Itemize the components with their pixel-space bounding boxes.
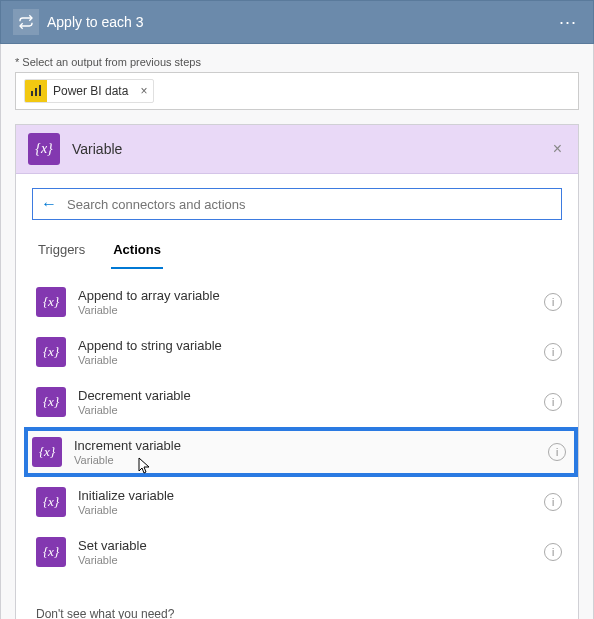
close-icon[interactable]: ×	[549, 136, 566, 162]
action-title: Increment variable	[74, 438, 548, 455]
info-icon[interactable]: i	[544, 293, 562, 311]
variable-icon: {x}	[36, 537, 66, 567]
loop-icon	[13, 9, 39, 35]
action-subtitle: Variable	[78, 504, 544, 516]
search-box[interactable]: ←	[32, 188, 562, 220]
variable-icon: {x}	[36, 337, 66, 367]
action-increment-variable[interactable]: {x} Increment variable Variable i	[24, 427, 578, 477]
action-text: Append to string variable Variable	[78, 338, 544, 367]
footer-question: Don't see what you need?	[36, 607, 558, 619]
action-initialize-variable[interactable]: {x} Initialize variable Variable i	[28, 477, 574, 527]
action-text: Decrement variable Variable	[78, 388, 544, 417]
action-decrement-variable[interactable]: {x} Decrement variable Variable i	[28, 377, 574, 427]
panel-title: Variable	[72, 141, 549, 157]
action-append-to-array-variable[interactable]: {x} Append to array variable Variable i	[28, 277, 574, 327]
svg-rect-0	[31, 91, 33, 96]
actions-list: {x} Append to array variable Variable i …	[16, 269, 578, 593]
footer-help: Don't see what you need? ☺ Help us decid…	[16, 593, 578, 619]
output-field-label: * Select an output from previous steps	[15, 56, 579, 68]
info-icon[interactable]: i	[544, 543, 562, 561]
back-arrow-icon[interactable]: ←	[41, 195, 57, 213]
action-subtitle: Variable	[78, 404, 544, 416]
info-icon[interactable]: i	[544, 343, 562, 361]
panel-header: {x} Variable ×	[16, 125, 578, 174]
variable-icon: {x}	[32, 437, 62, 467]
action-title: Initialize variable	[78, 488, 544, 505]
info-icon[interactable]: i	[544, 493, 562, 511]
action-append-to-string-variable[interactable]: {x} Append to string variable Variable i	[28, 327, 574, 377]
step-title: Apply to each 3	[47, 14, 555, 30]
action-text: Initialize variable Variable	[78, 488, 544, 517]
action-set-variable[interactable]: {x} Set variable Variable i	[28, 527, 574, 577]
action-title: Append to array variable	[78, 288, 544, 305]
tabs: Triggers Actions	[16, 228, 578, 269]
variable-icon: {x}	[28, 133, 60, 165]
output-field[interactable]: Power BI data ×	[15, 72, 579, 110]
token-chip: Power BI data ×	[24, 79, 154, 103]
action-title: Append to string variable	[78, 338, 544, 355]
action-subtitle: Variable	[78, 354, 544, 366]
svg-rect-1	[35, 88, 37, 96]
action-text: Append to array variable Variable	[78, 288, 544, 317]
powerbi-icon	[25, 80, 47, 102]
action-text: Set variable Variable	[78, 538, 544, 567]
tab-actions[interactable]: Actions	[111, 236, 163, 269]
step-header: Apply to each 3 ···	[0, 0, 594, 44]
step-body: * Select an output from previous steps P…	[0, 44, 594, 619]
more-menu-icon[interactable]: ···	[555, 12, 581, 33]
variable-icon: {x}	[36, 287, 66, 317]
action-text: Increment variable Variable	[74, 438, 548, 467]
action-subtitle: Variable	[78, 304, 544, 316]
token-text: Power BI data	[47, 84, 134, 98]
tab-triggers[interactable]: Triggers	[36, 236, 87, 269]
action-title: Decrement variable	[78, 388, 544, 405]
info-icon[interactable]: i	[544, 393, 562, 411]
info-icon[interactable]: i	[548, 443, 566, 461]
variable-icon: {x}	[36, 387, 66, 417]
action-subtitle: Variable	[78, 554, 544, 566]
svg-rect-2	[39, 85, 41, 96]
action-subtitle: Variable	[74, 454, 548, 466]
variable-icon: {x}	[36, 487, 66, 517]
token-remove-icon[interactable]: ×	[134, 84, 153, 98]
search-input[interactable]	[65, 196, 553, 213]
action-picker-panel: {x} Variable × ← Triggers Actions {x} Ap…	[15, 124, 579, 619]
action-title: Set variable	[78, 538, 544, 555]
